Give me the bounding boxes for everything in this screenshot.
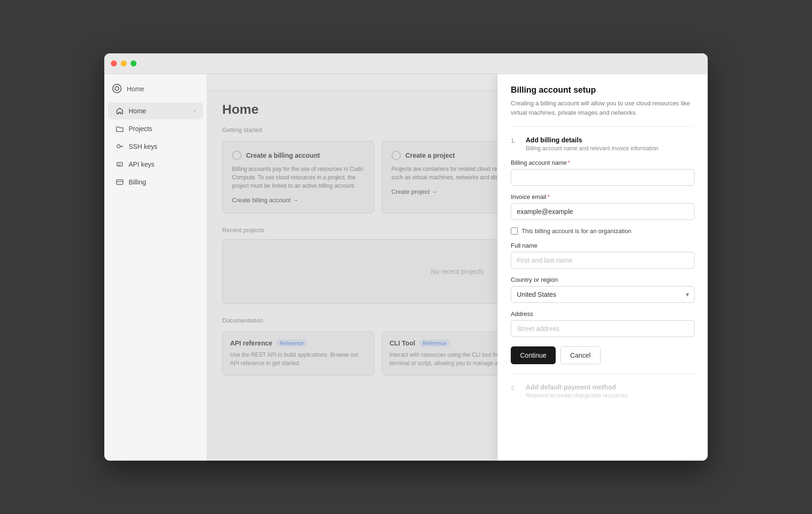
step1-section: 1. Add billing details Billing account n… [511, 136, 695, 364]
country-region-label: Country or region [511, 276, 695, 283]
svg-rect-4 [116, 180, 123, 184]
step1-description: Billing account name and relevant invoic… [526, 145, 659, 152]
home-icon [116, 107, 124, 115]
sidebar-item-billing[interactable]: Billing [108, 174, 203, 191]
sidebar-item-ssh-keys-label: SSH keys [129, 143, 157, 150]
chevron-right-icon: › [194, 108, 196, 114]
key-icon [116, 142, 124, 151]
sidebar-logo: Home [104, 80, 207, 102]
country-region-group: Country or region United States United K… [511, 276, 695, 303]
country-region-select[interactable]: United States United Kingdom Canada Aust… [511, 286, 695, 303]
minimize-button[interactable] [121, 60, 127, 66]
form-actions: Continue Cancel [511, 346, 695, 364]
close-button[interactable] [111, 60, 117, 66]
sidebar-item-projects-label: Projects [129, 125, 152, 132]
continue-button[interactable]: Continue [511, 346, 556, 364]
svg-point-0 [113, 84, 121, 93]
panel-subtitle: Creating a billing account will allow yo… [511, 99, 695, 117]
address-label: Address [511, 310, 695, 317]
panel-divider [511, 126, 695, 127]
address-input[interactable] [511, 320, 695, 337]
sidebar: Home Home › Projects SSH keys [104, 74, 207, 461]
step2-description: Required to create chargeable resources [526, 392, 627, 399]
full-name-input[interactable] [511, 252, 695, 269]
billing-icon [116, 178, 124, 186]
step2-section: 2. Add default payment method Required t… [511, 383, 695, 399]
folder-icon [116, 125, 124, 133]
organization-checkbox-group: This billing account is for an organizat… [511, 228, 695, 235]
sidebar-item-billing-label: Billing [129, 178, 146, 186]
invoice-email-label: Invoice email* [511, 193, 695, 200]
sidebar-logo-text: Home [127, 85, 144, 93]
sidebar-item-api-keys[interactable]: API keys [108, 156, 203, 173]
billing-account-name-label: Billing account name* [511, 159, 695, 166]
step2-number: 2. [511, 383, 520, 391]
address-group: Address [511, 310, 695, 337]
step1-title: Add billing details [526, 136, 659, 144]
step1-number: 1. [511, 136, 520, 144]
sidebar-item-home-label: Home [129, 107, 146, 115]
full-name-label: Full name [511, 242, 695, 249]
organization-checkbox[interactable] [511, 228, 518, 235]
organization-checkbox-label: This billing account is for an organizat… [522, 228, 631, 235]
step2-title: Add default payment method [526, 383, 627, 391]
sidebar-item-api-keys-label: API keys [129, 161, 154, 168]
sidebar-item-ssh-keys[interactable]: SSH keys [108, 138, 203, 155]
logo-icon [112, 83, 123, 95]
invoice-email-group: Invoice email* [511, 193, 695, 220]
billing-account-name-input[interactable] [511, 169, 695, 186]
panel-divider-2 [511, 374, 695, 374]
sidebar-item-home[interactable]: Home › [108, 103, 203, 119]
api-icon [116, 160, 124, 169]
sidebar-item-projects[interactable]: Projects [108, 120, 203, 137]
maximize-button[interactable] [130, 60, 137, 66]
invoice-email-input[interactable] [511, 203, 695, 220]
titlebar [104, 53, 708, 74]
svg-point-1 [115, 87, 119, 90]
billing-account-name-group: Billing account name* [511, 159, 695, 186]
billing-setup-panel: Billing account setup Creating a billing… [497, 74, 708, 461]
cancel-button[interactable]: Cancel [560, 346, 601, 364]
panel-title: Billing account setup [511, 85, 695, 95]
full-name-group: Full name [511, 242, 695, 269]
